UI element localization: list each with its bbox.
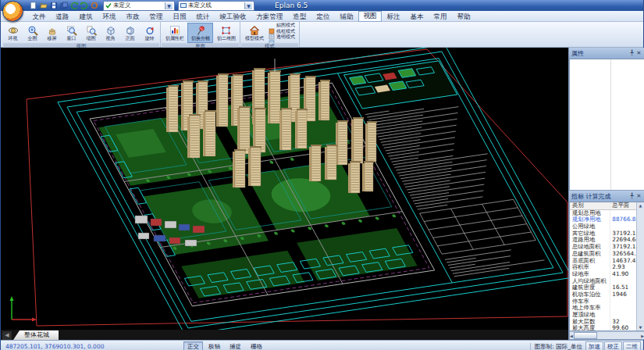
menu-标注[interactable]: 标注: [382, 12, 405, 21]
toolbar-button-窗口[interactable]: 窗口: [62, 23, 81, 43]
chevron-down-icon[interactable]: ▼: [244, 2, 252, 9]
toggle-栅格[interactable]: 栅格: [247, 341, 266, 350]
table-row-停车率[interactable]: 停车率: [570, 298, 636, 305]
menu-辅助[interactable]: 辅助: [335, 12, 358, 21]
toolbar-button-视角[interactable]: 视角: [101, 23, 120, 43]
drawing-viewport[interactable]: [1, 48, 568, 330]
indicator-table-header: 类别总平面: [570, 202, 636, 210]
rotate-icon: [144, 25, 155, 36]
table-row-总建筑面积[interactable]: 总建筑面积326564...: [570, 251, 636, 258]
status-bar: 487205.101, 3769010.301, 0.000 正交极轴捕捉栅格 …: [1, 340, 643, 350]
redo-icon[interactable]: [80, 2, 88, 10]
menu-基本[interactable]: 基本: [405, 12, 429, 21]
tab-scroll-left-icon[interactable]: ◀: [2, 331, 12, 340]
properties-grid[interactable]: [569, 59, 644, 191]
vertical-scrollbar[interactable]: ▲ ▼: [636, 202, 644, 330]
table-row-地上停车率[interactable]: 地上停车率: [570, 305, 636, 312]
save-all-icon: [60, 2, 68, 9]
menu-造型[interactable]: 造型: [288, 12, 311, 21]
menu-文件[interactable]: 文件: [27, 12, 51, 21]
chevron-down-icon[interactable]: ▼: [165, 2, 173, 9]
menu-市政[interactable]: 市政: [121, 12, 144, 21]
toolbar-button-环视[interactable]: 环视: [3, 23, 23, 43]
table-row-机动车泊位[interactable]: 机动车泊位1946: [570, 291, 636, 298]
status-button-校正[interactable]: 校正: [604, 341, 622, 350]
undo-icon[interactable]: [69, 2, 78, 10]
menu-帮助[interactable]: 帮助: [452, 12, 475, 21]
quick-access-toolbar: [29, 2, 98, 10]
toolbar-button-切属性栏[interactable]: 切属性栏: [162, 23, 187, 43]
front-cube-icon: [125, 25, 136, 36]
open-icon[interactable]: [39, 2, 48, 10]
menu-方案管理[interactable]: 方案管理: [251, 12, 288, 21]
table-row-最大高度[interactable]: 最大高度99.60: [570, 325, 636, 330]
title-bar: 未定义 ▼ 未定义线 ▼ Eplan 6.5: [1, 0, 643, 11]
ucs-axis-icon: [10, 296, 37, 322]
toolbar-button-正面[interactable]: 正面: [120, 23, 140, 43]
table-row-最大层数[interactable]: 最大层数32: [570, 319, 636, 326]
menu-视图[interactable]: 视图: [358, 11, 382, 22]
new-icon[interactable]: [29, 2, 37, 10]
drafting-toggles: 正交极轴捕捉栅格: [183, 341, 266, 350]
table-row-基底面积[interactable]: 基底面积14637.45: [570, 258, 636, 265]
table-row-公用绿地[interactable]: 公用绿地: [570, 223, 636, 230]
table-row-规划净用地[interactable]: 规划净用地88766.84: [570, 216, 636, 223]
toggle-捕捉[interactable]: 捕捉: [226, 341, 245, 350]
menu-统计[interactable]: 统计: [191, 12, 215, 21]
units-label: 图形制: 国际_单位: [530, 343, 582, 350]
menu-定位[interactable]: 定位: [311, 12, 335, 21]
properties-panel-title: 属性: [571, 49, 628, 58]
horizontal-scrollbar[interactable]: ◀ ▶: [569, 331, 644, 340]
linetype-combo[interactable]: 未定义线 ▼: [178, 1, 254, 11]
pin-icon[interactable]: ╀: [628, 50, 635, 57]
table-row-其它绿地[interactable]: 其它绿地37192.18: [570, 230, 636, 238]
toolbar-button-移屏[interactable]: 移屏: [42, 23, 62, 43]
menu-常用[interactable]: 常用: [429, 12, 452, 21]
table-row-总绿地面积[interactable]: 总绿地面积37192.18: [570, 244, 636, 251]
toolbar-button-切二维图[interactable]: 切二维图: [213, 23, 239, 43]
save-icon[interactable]: [49, 2, 58, 10]
view-cube-icon: [105, 25, 116, 36]
zoom-extents-icon: [27, 25, 38, 36]
scrollbar-thumb[interactable]: [574, 332, 597, 339]
save-icon: [50, 2, 58, 9]
app-logo-icon: [2, 1, 23, 22]
pin-icon[interactable]: ╀: [628, 193, 635, 200]
toolbar-button-旋转[interactable]: 旋转: [140, 23, 159, 43]
table-row-规划总用地[interactable]: 规划总用地: [570, 210, 636, 217]
table-row-建筑密度[interactable]: 建筑密度16.51: [570, 284, 636, 291]
status-button-加速[interactable]: 加速: [585, 341, 603, 350]
toolbar-button-切换分幅[interactable]: 切换分幅: [187, 23, 213, 43]
style-combo[interactable]: 未定义 ▼: [103, 1, 175, 11]
menu-环境[interactable]: 环境: [98, 12, 121, 21]
toggle-正交[interactable]: 正交: [183, 341, 203, 350]
close-icon[interactable]: ✕: [635, 193, 642, 200]
new-icon: [30, 2, 37, 9]
status-button-二维[interactable]: 二维: [623, 341, 641, 350]
table-row-人均绿地面积[interactable]: 人均绿地面积: [570, 278, 636, 285]
menu-竣工验收[interactable]: 竣工验收: [215, 12, 251, 21]
table-row-道路用地[interactable]: 道路用地22694.64: [570, 237, 636, 244]
indicator-table: 类别总平面规划总用地规划净用地88766.84公用绿地其它绿地37192.18道…: [570, 202, 636, 330]
menu-管理[interactable]: 管理: [144, 12, 168, 21]
menu-道路[interactable]: 道路: [51, 12, 74, 21]
toolbar-group-界面: 切属性栏切换分幅切二维图界面: [161, 22, 240, 47]
table-row-绿地率[interactable]: 绿地率41.90: [570, 271, 636, 278]
menu-建筑[interactable]: 建筑: [74, 12, 98, 21]
save-all-icon[interactable]: [59, 2, 68, 10]
toolbar-button-缩图[interactable]: 缩图: [81, 23, 101, 43]
toolbar-button-模型模式[interactable]: 模型模式: [241, 23, 267, 43]
scroll-left-icon[interactable]: ◀: [570, 333, 573, 339]
scroll-down-icon[interactable]: ▼: [637, 324, 644, 330]
scroll-up-icon[interactable]: ▲: [637, 202, 644, 209]
close-icon[interactable]: ✕: [635, 50, 642, 57]
scroll-right-icon[interactable]: ▶: [641, 333, 644, 339]
toggle-极轴[interactable]: 极轴: [205, 341, 224, 350]
table-row-容积率[interactable]: 容积率2.93: [570, 264, 636, 271]
table-row-屋顶绿地[interactable]: 屋顶绿地: [570, 312, 636, 319]
refresh-icon[interactable]: [90, 2, 98, 10]
drawing-tab[interactable]: 整体花城: [13, 330, 59, 340]
mode-option-透明模式[interactable]: 透明模式: [269, 34, 297, 41]
toolbar-button-全图[interactable]: 全图: [23, 23, 42, 43]
menu-日照[interactable]: 日照: [168, 12, 191, 21]
